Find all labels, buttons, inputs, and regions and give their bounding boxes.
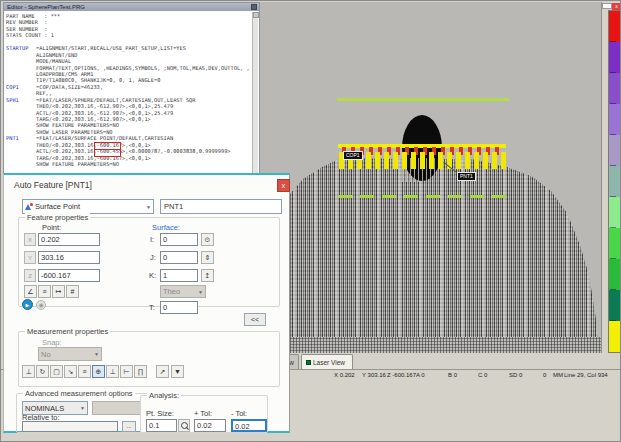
crosshair-icon[interactable]: ⊕ [92, 365, 105, 378]
status-field: B 0 [448, 372, 457, 378]
plus-tol-label: + Tol: [194, 409, 212, 418]
k-value-input[interactable]: 1 [160, 269, 198, 282]
color-scale-segment [609, 11, 620, 42]
status-field: MM [553, 372, 563, 378]
rotate-icon[interactable]: ↻ [36, 365, 49, 378]
t-value-input[interactable]: 0 [160, 301, 198, 314]
surface-link[interactable]: Surface: [152, 223, 180, 232]
measure-now-icon[interactable]: ▶ [22, 299, 33, 310]
scroll-up-icon[interactable] [253, 12, 259, 18]
z-value-input[interactable]: -600.167 [38, 269, 100, 282]
levels-icon[interactable]: ≡ [78, 365, 91, 378]
dialog-close-icon[interactable]: x [277, 179, 290, 192]
touch-icon[interactable]: ⊥ [106, 365, 119, 378]
view-close-icon[interactable]: x [612, 3, 621, 10]
t-label: T: [149, 303, 155, 312]
color-scale-segment [609, 104, 620, 135]
point-tool-icons: ∠≡↦# [24, 285, 79, 298]
chevron-down-icon: ▼ [198, 289, 203, 295]
edit-window[interactable]: Editor - SpherePlanTest.PRG PART NAME : … [3, 2, 260, 175]
reread-icon[interactable]: ◉ [36, 300, 46, 310]
measurement-icon-toolbar-2: ↗▼ [156, 365, 184, 378]
laser-view-canvas[interactable]: COP1 PNT1 [259, 2, 602, 353]
filter-icon[interactable]: ▼ [171, 365, 184, 378]
scan-dashed-line [338, 195, 509, 198]
relative-to-input[interactable] [22, 421, 118, 432]
color-scale-segment [609, 73, 620, 104]
collapse-button[interactable]: << [244, 313, 266, 326]
i-value-input[interactable]: 0 [160, 233, 198, 246]
edit-window-scrollbar[interactable] [252, 12, 258, 175]
x-value-input[interactable]: 0.202 [38, 233, 100, 246]
k-label: K: [149, 271, 156, 280]
actl-z-highlight [94, 149, 121, 157]
surface-point-icon [25, 203, 33, 211]
columns-icon[interactable]: ∏ [134, 365, 147, 378]
status-field: 0 [543, 372, 546, 378]
magnifier-icon[interactable] [178, 419, 190, 432]
point-cloud-base-noise [284, 337, 602, 353]
color-scale-segment [609, 259, 620, 290]
browse-button[interactable]: ... [122, 421, 136, 432]
vector-icon[interactable]: ∠ [24, 285, 37, 298]
yellow-scan-points [339, 152, 509, 169]
edit-window-title: Editor - SpherePlanTest.PRG [4, 3, 259, 11]
scan-path-icon[interactable]: ↗ [156, 365, 169, 378]
cop1-feature-label: COP1 [343, 151, 363, 160]
status-field: SD 0 [509, 372, 522, 378]
find-icon[interactable]: ≡ [38, 285, 51, 298]
find-vector-icon[interactable]: ↦ [52, 285, 65, 298]
chevron-down-icon: ▼ [146, 204, 151, 210]
pnt1-feature-label: PNT1 [457, 172, 476, 181]
snap-select: No ▼ [38, 347, 102, 361]
application-window: COP1 PNT1 x View Laser View X 0.202Y 303… [0, 0, 621, 442]
color-scale-segment [609, 42, 620, 73]
pt-size-label: Pt. Size: [146, 409, 174, 418]
snap-label: Snap: [42, 338, 62, 347]
chevron-down-icon: ▼ [80, 405, 85, 411]
color-scale-segment [609, 290, 620, 321]
grid-icon[interactable]: # [66, 285, 79, 298]
pin-depth-icon[interactable]: ⇕ [201, 251, 214, 264]
path-icon[interactable]: ↘ [64, 365, 77, 378]
measure-controls: ▶ ◉ [22, 299, 46, 310]
color-scale-segment [609, 321, 620, 352]
i-label: I: [150, 235, 154, 244]
color-scale-segment [609, 135, 620, 166]
feature-type-select[interactable]: Surface Point ▼ [22, 199, 154, 214]
status-field: Y 303.16 [362, 372, 386, 378]
z-axis-button[interactable]: Z [24, 269, 36, 282]
status-field: Z -600.167 [387, 372, 416, 378]
chevron-down-icon: ▼ [94, 351, 99, 357]
pt-size-input[interactable]: 0.1 [146, 419, 177, 432]
minus-tol-input[interactable]: 0.02 [231, 419, 267, 432]
program-code[interactable]: PART NAME : ***REV NUMBER :SER NUMBER :S… [4, 11, 259, 168]
offset-icon[interactable]: ⊢ [120, 365, 133, 378]
y-value-input[interactable]: 303.16 [38, 251, 100, 264]
feature-name-input[interactable]: PNT1 [160, 199, 282, 214]
y-axis-button[interactable]: Y [24, 251, 36, 264]
x-axis-button[interactable]: X [24, 233, 36, 246]
j-value-input[interactable]: 0 [160, 251, 198, 264]
point-label: Point: [42, 223, 61, 232]
probe-icon[interactable]: ⊥ [22, 365, 35, 378]
code-line: SHOW FEATURE PARAMETERS=NO [6, 161, 259, 167]
theo-select[interactable]: Theo ▼ [160, 285, 206, 298]
depth-icon[interactable]: ↥ [201, 269, 214, 282]
measurement-icon-toolbar: ⊥↻▢↘≡⊕⊥⊢∏ [22, 365, 147, 378]
edit-window-button[interactable] [251, 4, 257, 10]
status-field: Line 29, Col 934 [564, 372, 608, 378]
tab-laser-view[interactable]: Laser View [301, 354, 353, 369]
dialog-title: Auto Feature [PNT1] [14, 180, 92, 190]
color-scale-header [602, 3, 612, 9]
scan-green-line [337, 98, 509, 101]
deviation-color-scale [608, 10, 621, 353]
color-scale-segment [609, 197, 620, 228]
status-field: A 0 [416, 372, 425, 378]
laser-view-tab-icon [306, 360, 311, 365]
region-icon[interactable]: ▢ [50, 365, 63, 378]
plus-tol-input[interactable]: 0.02 [194, 419, 226, 432]
auto-feature-dialog: Auto Feature [PNT1] x Surface Point ▼ PN… [3, 173, 290, 433]
surface-normal-icon[interactable]: ⊙ [201, 233, 214, 246]
color-scale-segment [609, 166, 620, 197]
